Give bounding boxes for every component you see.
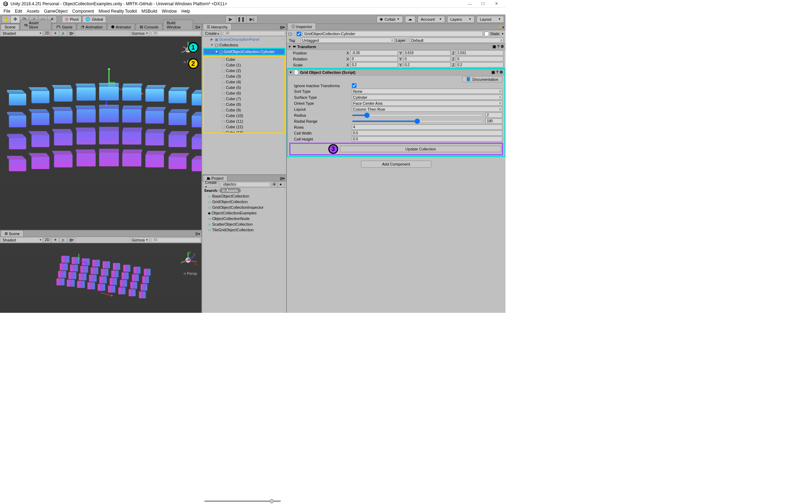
transform-rotation-z[interactable] xyxy=(456,56,503,62)
project-item[interactable]: ▭ ScatterObjectCollection xyxy=(202,221,286,227)
hierarchy-item[interactable]: ▶▣ SceneDescriptionPanel› xyxy=(202,37,286,42)
menu-file[interactable]: File xyxy=(1,8,12,14)
prop-radial-slider[interactable] xyxy=(352,118,483,124)
project-item[interactable]: ▭ GridObjectCollectionInspector xyxy=(202,205,286,210)
light-toggle[interactable]: ☀ xyxy=(51,31,59,36)
documentation-button[interactable]: 📘Documentation xyxy=(462,76,502,82)
tab-menu-project[interactable]: ▤▾ xyxy=(278,176,286,181)
close-button[interactable]: ✕ xyxy=(490,0,503,7)
shading-mode-2[interactable]: Shaded▾ xyxy=(1,237,43,243)
hierarchy-search[interactable] xyxy=(223,31,285,36)
move-tool[interactable]: ✥ xyxy=(11,16,20,23)
transform-position-y[interactable] xyxy=(403,50,451,56)
layers-dropdown[interactable]: Layers▼ xyxy=(447,16,475,23)
tab-menu-inspector[interactable]: 🔒▾ xyxy=(497,25,505,30)
project-item[interactable]: ▭ GridObjectCollection xyxy=(202,199,286,205)
hierarchy-cube-item[interactable]: ▢ Cube (9) xyxy=(204,107,284,113)
project-item[interactable]: ▭ TileGridObjectCollection xyxy=(202,227,286,233)
menu-edit[interactable]: Edit xyxy=(13,8,24,14)
shading-mode[interactable]: Shaded▾ xyxy=(1,31,43,36)
hierarchy-cube-item[interactable]: ▢ Cube (5) xyxy=(204,85,284,90)
search-scope[interactable]: In Assets xyxy=(219,188,241,193)
transform-position-z[interactable] xyxy=(456,50,503,56)
hierarchy-cube-item[interactable]: ▢ Cube xyxy=(204,57,284,62)
scene-view[interactable]: x ≺ Persp 1 2 xyxy=(0,37,201,230)
minimize-button[interactable]: — xyxy=(463,0,476,7)
hierarchy-cube-item[interactable]: ▢ Cube (13) xyxy=(204,130,284,134)
component-reset-icon[interactable]: ? xyxy=(497,44,500,49)
static-dropdown-icon[interactable]: ▼ xyxy=(501,32,504,35)
tab-menu-icon[interactable]: ☰▾ xyxy=(194,25,201,30)
transform-scale-x[interactable] xyxy=(350,62,398,67)
hierarchy-cube-item[interactable]: ▢ Cube (8) xyxy=(204,102,284,107)
hierarchy-selected[interactable]: ▼▢ GridObjectCollection-Cylinder xyxy=(204,49,284,54)
grid-collection-header[interactable]: ▼📄 Grid Object Collection (Script) ▣ ? ⚙ xyxy=(288,69,504,76)
cloud-button[interactable]: ☁ xyxy=(405,16,415,23)
prop-ignore-checkbox[interactable] xyxy=(352,83,356,88)
fx-toggle-2[interactable]: ▧▾ xyxy=(67,237,75,243)
tab-inspector[interactable]: ⓘInspector xyxy=(288,23,316,30)
project-item[interactable]: ▭ ObjectCollectionNode xyxy=(202,216,286,221)
gameobject-active-checkbox[interactable] xyxy=(297,32,301,36)
project-search[interactable] xyxy=(221,182,270,187)
component-menu-icon[interactable]: ⚙ xyxy=(500,70,503,75)
maximize-button[interactable]: ☐ xyxy=(477,0,489,7)
hierarchy-create[interactable]: Create ▾ xyxy=(203,31,222,36)
light-toggle-2[interactable]: ☀ xyxy=(51,237,59,243)
fx-toggle[interactable]: ▧▾ xyxy=(67,31,75,36)
tab-game[interactable]: 🎮Game xyxy=(52,24,76,30)
tab-menu-icon-2[interactable]: ☰▾ xyxy=(194,231,201,237)
audio-toggle[interactable]: 🔊 xyxy=(59,31,67,36)
prop-cellh-field[interactable] xyxy=(352,136,502,142)
add-component-button[interactable]: Add Component xyxy=(361,161,431,168)
menu-component[interactable]: Component xyxy=(70,8,96,14)
scene-search-2[interactable] xyxy=(151,238,201,243)
hierarchy-cube-item[interactable]: ▢ Cube (2) xyxy=(204,68,284,73)
tab-build-window[interactable]: Build Window xyxy=(163,20,193,30)
component-reset-icon[interactable]: ? xyxy=(496,70,498,75)
static-checkbox[interactable] xyxy=(484,32,489,36)
transform-rotation-y[interactable] xyxy=(403,56,451,62)
hand-tool[interactable]: ✋ xyxy=(2,16,11,23)
prop-surface-dropdown[interactable]: Cylinder‡ xyxy=(352,95,502,100)
play-button[interactable]: ▶ xyxy=(226,16,236,23)
menu-gameobject[interactable]: GameObject xyxy=(42,8,70,14)
prop-cellw-field[interactable] xyxy=(352,130,502,136)
tab-hierarchy[interactable]: ☰Hierarchy xyxy=(203,24,232,30)
hierarchy-cube-item[interactable]: ▢ Cube (11) xyxy=(204,118,284,124)
collab-dropdown[interactable]: ◉Collab▼ xyxy=(376,16,403,23)
menu-mrtk[interactable]: Mixed Reality Toolkit xyxy=(96,8,139,14)
transform-component-header[interactable]: ▼⬌ Transform ▣ ? ⚙ xyxy=(287,43,505,50)
layer-dropdown[interactable]: Default‡ xyxy=(410,38,503,43)
prop-rows-field[interactable] xyxy=(352,124,502,130)
audio-toggle-2[interactable]: 🔊 xyxy=(59,237,67,243)
tab-animation[interactable]: ◔Animation xyxy=(77,24,107,30)
transform-position-x[interactable] xyxy=(350,50,398,56)
project-item[interactable]: ▭ BaseObjectCollection xyxy=(202,193,286,199)
menu-window[interactable]: Window xyxy=(160,8,179,14)
hierarchy-cube-item[interactable]: ▢ Cube (3) xyxy=(204,73,284,79)
menu-assets[interactable]: Assets xyxy=(25,8,41,14)
project-item[interactable]: ◆ ObjectCollectionExamples xyxy=(202,210,286,216)
tab-scene[interactable]: Scene xyxy=(1,24,19,30)
tab-asset-store[interactable]: 🛍Asset Store xyxy=(20,20,51,30)
account-dropdown[interactable]: Account▼ xyxy=(418,16,445,23)
prop-orient-dropdown[interactable]: Face Center Axis‡ xyxy=(352,101,502,106)
prop-radial-field[interactable] xyxy=(485,118,502,124)
prop-layout-dropdown[interactable]: Column Then Row‡ xyxy=(352,106,502,112)
pause-button[interactable]: ❚❚ xyxy=(236,16,247,23)
pivot-toggle[interactable]: ◎Pivot xyxy=(62,16,82,23)
component-help-icon[interactable]: ▣ xyxy=(491,70,495,75)
menu-help[interactable]: Help xyxy=(179,8,192,14)
2d-toggle-2[interactable]: 2D xyxy=(43,237,51,243)
hierarchy-cube-item[interactable]: ▢ Cube (10) xyxy=(204,113,284,118)
global-toggle[interactable]: 🌐Global xyxy=(82,16,106,23)
prop-radius-field[interactable] xyxy=(485,112,502,118)
tab-menu-hierarchy[interactable]: ▤▾ xyxy=(278,25,286,30)
tab-console[interactable]: ▤Console xyxy=(136,24,162,30)
menu-msbuild[interactable]: MSBuild xyxy=(140,8,160,14)
scene-view-2[interactable]: xyz ≺ Persp (function(){ const svg=docum… xyxy=(0,243,201,313)
hierarchy-cube-item[interactable]: ▢ Cube (6) xyxy=(204,90,284,96)
prop-radius-slider[interactable] xyxy=(352,112,483,118)
tab-animator[interactable]: ⬣Animator xyxy=(107,24,135,30)
